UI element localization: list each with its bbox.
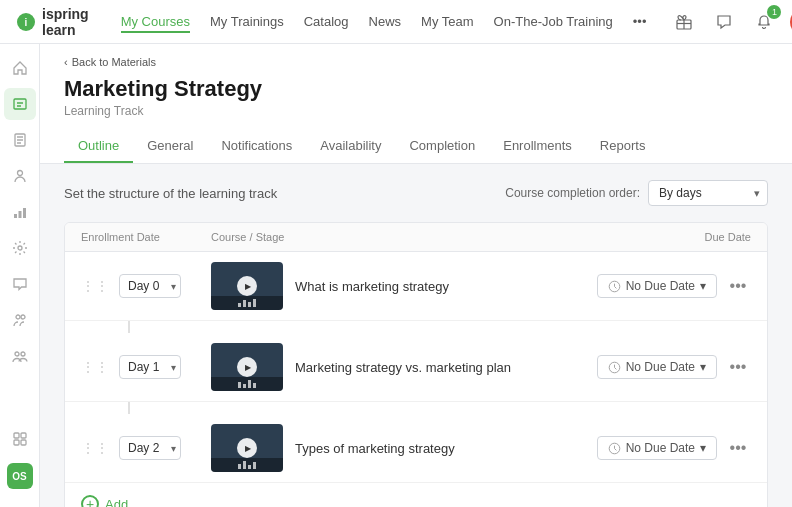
more-button-0[interactable]: ••• [725, 273, 751, 299]
day-select-0[interactable]: Day 0 Day 1 Day 2 [119, 274, 181, 298]
play-icon-2 [237, 438, 257, 458]
sidebar-item-messages[interactable] [4, 268, 36, 300]
sidebar-item-groups[interactable] [4, 340, 36, 372]
day-cell-0: ⋮⋮ Day 0 Day 1 Day 2 [81, 274, 211, 298]
sidebar-user-badge[interactable]: OS [7, 463, 33, 489]
tab-notifications[interactable]: Notifications [207, 130, 306, 163]
back-link-label: Back to Materials [72, 56, 156, 68]
drag-handle-icon[interactable]: ⋮⋮ [81, 359, 109, 375]
add-label: Add [105, 497, 128, 508]
day-select-1[interactable]: Day 0 Day 1 Day 2 [119, 355, 181, 379]
bar [243, 300, 246, 307]
add-circle-icon: + [81, 495, 99, 507]
table-row: ⋮⋮ Day 0 Day 1 Day 2 [65, 414, 767, 483]
gift-icon[interactable] [670, 8, 698, 36]
bar [253, 383, 256, 388]
completion-order-select[interactable]: By days Sequential Free [648, 180, 768, 206]
bar [253, 299, 256, 307]
sidebar-item-integrations[interactable] [4, 423, 36, 455]
nav-news[interactable]: News [369, 10, 402, 33]
bar [238, 464, 241, 469]
sidebar-item-users[interactable] [4, 160, 36, 192]
nav-my-courses[interactable]: My Courses [121, 10, 190, 33]
sidebar-item-materials[interactable] [4, 124, 36, 156]
day-select-2[interactable]: Day 0 Day 1 Day 2 [119, 436, 181, 460]
add-button[interactable]: + Add [81, 495, 128, 507]
svg-point-5 [17, 171, 22, 176]
tab-completion[interactable]: Completion [395, 130, 489, 163]
course-thumbnail-0 [211, 262, 283, 310]
course-info-2: Types of marketing strategy [211, 424, 591, 472]
course-info-1: Marketing strategy vs. marketing plan [211, 343, 591, 391]
clock-icon-1 [608, 361, 621, 374]
day-select-wrapper-0: Day 0 Day 1 Day 2 [119, 274, 181, 298]
bar [253, 462, 256, 469]
svg-rect-8 [23, 208, 26, 218]
vert-connector-0 [128, 321, 130, 333]
back-link[interactable]: ‹ Back to Materials [64, 56, 768, 68]
svg-point-11 [21, 315, 25, 319]
svg-rect-15 [21, 433, 26, 438]
sidebar-bottom: OS [3, 423, 37, 499]
bar [238, 382, 241, 388]
tab-reports[interactable]: Reports [586, 130, 660, 163]
bell-icon[interactable]: 1 [750, 8, 778, 36]
logo[interactable]: i ispring learn [16, 6, 89, 38]
due-date-value-0: No Due Date [626, 279, 695, 293]
nav-icons: 1 OS [670, 8, 792, 36]
sidebar-item-home[interactable] [4, 52, 36, 84]
content-area: Set the structure of the learning track … [40, 164, 792, 507]
due-date-button-1[interactable]: No Due Date ▾ [597, 355, 717, 379]
tab-general[interactable]: General [133, 130, 207, 163]
tab-availability[interactable]: Availability [306, 130, 395, 163]
sidebar-item-courses[interactable] [4, 88, 36, 120]
table-row: ⋮⋮ Day 0 Day 1 Day 2 [65, 252, 767, 321]
svg-rect-7 [18, 211, 21, 218]
structure-label: Set the structure of the learning track [64, 186, 277, 201]
more-button-1[interactable]: ••• [725, 354, 751, 380]
nav-links: My Courses My Trainings Catalog News My … [121, 10, 647, 33]
due-date-cell-1: No Due Date ▾ ••• [591, 354, 751, 380]
svg-rect-6 [14, 214, 17, 218]
bar [243, 384, 246, 388]
bar [238, 303, 241, 307]
tab-outline[interactable]: Outline [64, 130, 133, 163]
play-icon-0 [237, 276, 257, 296]
course-thumbnail-1 [211, 343, 283, 391]
sidebar-item-settings[interactable] [4, 232, 36, 264]
completion-order-label: Course completion order: [505, 186, 640, 200]
tab-enrollments[interactable]: Enrollments [489, 130, 586, 163]
sidebar-item-reports[interactable] [4, 196, 36, 228]
col-enrollment-date: Enrollment Date [81, 231, 211, 243]
svg-text:i: i [25, 17, 28, 28]
add-row: + Add [65, 483, 767, 507]
content-header: Set the structure of the learning track … [64, 180, 768, 206]
page-title: Marketing Strategy [64, 76, 768, 102]
clock-icon-0 [608, 280, 621, 293]
logo-text: ispring learn [42, 6, 89, 38]
svg-rect-16 [14, 440, 19, 445]
sidebar: OS [0, 44, 40, 507]
nav-my-trainings[interactable]: My Trainings [210, 10, 284, 33]
drag-handle-icon[interactable]: ⋮⋮ [81, 440, 109, 456]
page-subtitle: Learning Track [64, 104, 768, 118]
due-date-button-0[interactable]: No Due Date ▾ [597, 274, 717, 298]
courses-table: Enrollment Date Course / Stage Due Date … [64, 222, 768, 507]
nav-catalog[interactable]: Catalog [304, 10, 349, 33]
logo-icon: i [16, 12, 36, 32]
course-name-0: What is marketing strategy [295, 279, 449, 294]
due-date-value-2: No Due Date [626, 441, 695, 455]
chat-icon[interactable] [710, 8, 738, 36]
due-date-button-2[interactable]: No Due Date ▾ [597, 436, 717, 460]
drag-handle-icon[interactable]: ⋮⋮ [81, 278, 109, 294]
completion-order-select-wrapper: By days Sequential Free [648, 180, 768, 206]
nav-my-team[interactable]: My Team [421, 10, 474, 33]
due-date-chevron-1: ▾ [700, 360, 706, 374]
notification-badge: 1 [767, 5, 781, 19]
svg-rect-3 [14, 99, 26, 109]
nav-more[interactable]: ••• [633, 10, 647, 33]
nav-on-the-job[interactable]: On-The-Job Training [494, 10, 613, 33]
more-button-2[interactable]: ••• [725, 435, 751, 461]
thumb-bars-0 [238, 299, 256, 307]
sidebar-item-training[interactable] [4, 304, 36, 336]
